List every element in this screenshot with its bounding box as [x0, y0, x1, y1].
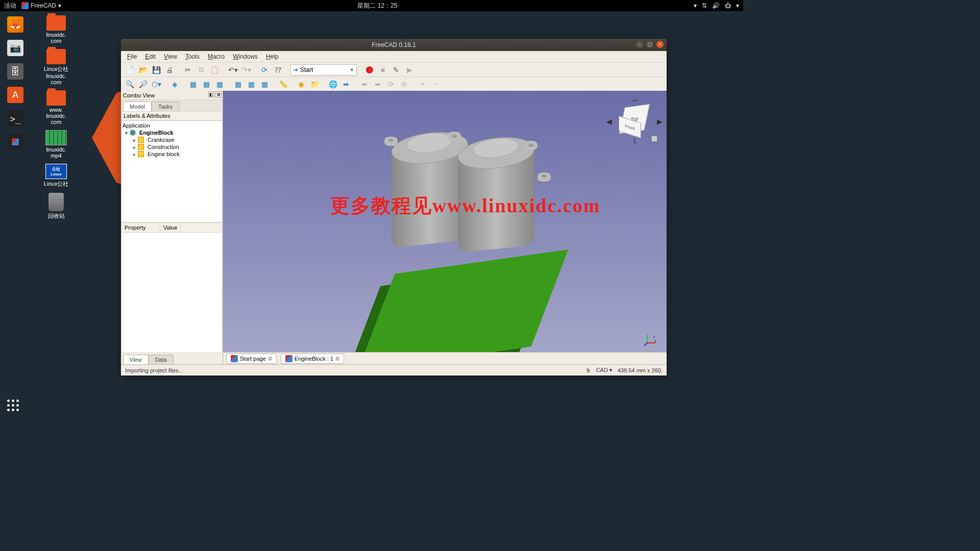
measure-button[interactable]: 📏	[277, 79, 288, 90]
tree-node[interactable]: ▸ Crankcase	[122, 136, 221, 143]
save-button[interactable]: 💾	[151, 64, 162, 76]
nav-refresh-button[interactable]: ⟳	[385, 79, 397, 90]
dock-software[interactable]: A	[7, 87, 23, 103]
dock-terminal[interactable]: >_	[7, 110, 23, 127]
close-button[interactable]: ✕	[656, 41, 664, 48]
panel-close-button[interactable]: ⊠	[215, 91, 222, 97]
power-icon[interactable]: ⏻	[725, 2, 731, 9]
menu-macro[interactable]: Macro	[205, 52, 228, 61]
desktop-video[interactable]: linuxidc. mp4	[36, 130, 77, 159]
network-icon[interactable]: ⇅	[702, 2, 707, 9]
macro-record-button[interactable]	[364, 64, 375, 76]
refresh-button[interactable]: ⟳	[259, 64, 270, 76]
engine-block-model	[325, 121, 601, 352]
top-view-button[interactable]: ▦	[201, 79, 212, 90]
dock-firefox[interactable]: 🦊	[7, 16, 23, 33]
desktop-folder[interactable]: Linux公社 linuxidc. com	[36, 49, 77, 85]
menu-windows[interactable]: Windows	[230, 52, 261, 61]
menu-view[interactable]: View	[161, 52, 180, 61]
show-applications-button[interactable]	[7, 399, 19, 411]
close-icon[interactable]: ⊠	[268, 356, 272, 361]
open-button[interactable]: 📂	[137, 64, 149, 76]
menu-edit[interactable]: Edit	[142, 52, 159, 61]
activities-button[interactable]: 活动	[4, 2, 16, 10]
macro-edit-button[interactable]: ✎	[390, 64, 402, 76]
status-message: Importing project files...	[125, 367, 183, 373]
svg-line-2	[644, 343, 647, 346]
fit-all-button[interactable]: 🔍	[124, 79, 135, 90]
svg-text:y: y	[654, 338, 656, 343]
menu-help[interactable]: Help	[263, 52, 282, 61]
desktop-link[interactable]: 公社LinuxLinux公社	[36, 164, 77, 188]
macro-stop-button[interactable]: ■	[377, 64, 388, 76]
tab-data[interactable]: Data	[149, 355, 174, 364]
fit-selection-button[interactable]: 🔎	[137, 79, 149, 90]
close-icon[interactable]: ⊠	[335, 356, 339, 361]
tree-node[interactable]: ▸ Construction	[122, 143, 221, 151]
volume-icon[interactable]: 🔊	[712, 2, 720, 9]
model-tree[interactable]: Application ▾ EngineBlock ▸ Crankcase ▸ …	[121, 120, 223, 222]
tab-model[interactable]: Model	[123, 102, 152, 111]
app-menu-label: FreeCAD	[31, 2, 56, 9]
part-button[interactable]: ◉	[296, 79, 307, 90]
dock-files[interactable]: 🗄	[7, 63, 23, 80]
left-view-button[interactable]: ▦	[259, 79, 270, 90]
nav-stop-button[interactable]: ⊘	[399, 79, 410, 90]
menu-caret-icon[interactable]: ▾	[736, 2, 739, 9]
navcube-mini[interactable]	[651, 136, 657, 142]
print-button[interactable]: 🖨	[164, 64, 175, 76]
bottom-view-button[interactable]: ▦	[246, 79, 257, 90]
zoom-out-button[interactable]: －	[430, 79, 442, 90]
dock-camera[interactable]: 📷	[7, 40, 23, 56]
web-button[interactable]: 🌐	[327, 79, 338, 90]
group-button[interactable]: 📁	[309, 79, 320, 90]
workbench-selector[interactable]: ➜ Start ▼	[290, 64, 357, 76]
dropdown-icon[interactable]: ▾	[694, 2, 697, 9]
macro-run-button[interactable]: ▶	[404, 64, 415, 76]
front-view-button[interactable]: ▦	[187, 79, 199, 90]
maximize-button[interactable]: ▢	[646, 41, 653, 48]
titlebar[interactable]: FreeCAD 0.18.1 – ▢ ✕	[121, 39, 667, 51]
desktop-folder[interactable]: linuxidc. com	[36, 15, 77, 44]
tab-view[interactable]: View	[123, 355, 149, 364]
paste-button[interactable]: 📋	[209, 64, 220, 76]
copy-button[interactable]: ⧉	[195, 64, 207, 76]
minimize-button[interactable]: –	[636, 41, 643, 48]
window-title: FreeCAD 0.18.1	[372, 41, 416, 48]
undo-button[interactable]: ↶▾	[227, 64, 238, 76]
new-button[interactable]: 📄	[124, 64, 135, 76]
doc-tab-start[interactable]: Start page ⊠	[226, 354, 277, 364]
draw-style-button[interactable]: ⬡▾	[151, 79, 162, 90]
panel-float-button[interactable]: ◧	[208, 91, 214, 97]
mouse-icon: 🖱	[585, 367, 591, 373]
desktop-folder[interactable]: www. linuxidc. com	[36, 90, 77, 125]
navigation-cube[interactable]: ⤻ Top Front ◀ ▶ ⤹	[611, 97, 657, 143]
app-menu[interactable]: FreeCAD ▾	[21, 2, 61, 9]
menu-tools[interactable]: Tools	[182, 52, 203, 61]
nav-fwd-button[interactable]: ➡	[372, 79, 383, 90]
tree-node[interactable]: ▸ Engine block	[122, 151, 221, 158]
cut-button[interactable]: ✂	[182, 64, 193, 76]
tree-app-root: Application	[122, 122, 150, 129]
rear-view-button[interactable]: ▦	[232, 79, 243, 90]
menu-file[interactable]: File	[124, 52, 140, 61]
zoom-in-button[interactable]: ＋	[417, 79, 428, 90]
document-tabs: Start page ⊠ EngineBlock : 1 ⊠	[223, 352, 667, 364]
tab-tasks[interactable]: Tasks	[152, 102, 179, 111]
tree-header: Labels & Attributes	[121, 111, 223, 120]
tree-doc[interactable]: ▾ EngineBlock	[122, 129, 221, 136]
3d-viewport[interactable]: 更多教程见www.linuxidc.com ⤻ Top Front ◀ ▶ ⤹	[223, 91, 667, 352]
doc-tab-engineblock[interactable]: EngineBlock : 1 ⊠	[281, 354, 344, 364]
link-go-button[interactable]: ➡	[340, 79, 352, 90]
right-view-button[interactable]: ▦	[214, 79, 225, 90]
nav-style[interactable]: CAD ▾	[596, 367, 612, 373]
clock[interactable]: 星期二 12：25	[61, 2, 694, 10]
iso-view-button[interactable]: ◈	[169, 79, 180, 90]
redo-button[interactable]: ↷▾	[240, 64, 252, 76]
dock-freecad[interactable]	[7, 134, 23, 150]
nav-back-button[interactable]: ⬅	[359, 79, 370, 90]
combo-view-title[interactable]: Combo View ◧⊠	[121, 91, 223, 100]
desktop-trash[interactable]: 回收站	[36, 193, 77, 220]
whatsthis-button[interactable]: ⁇	[272, 64, 283, 76]
property-grid[interactable]: Property Value	[121, 222, 223, 353]
